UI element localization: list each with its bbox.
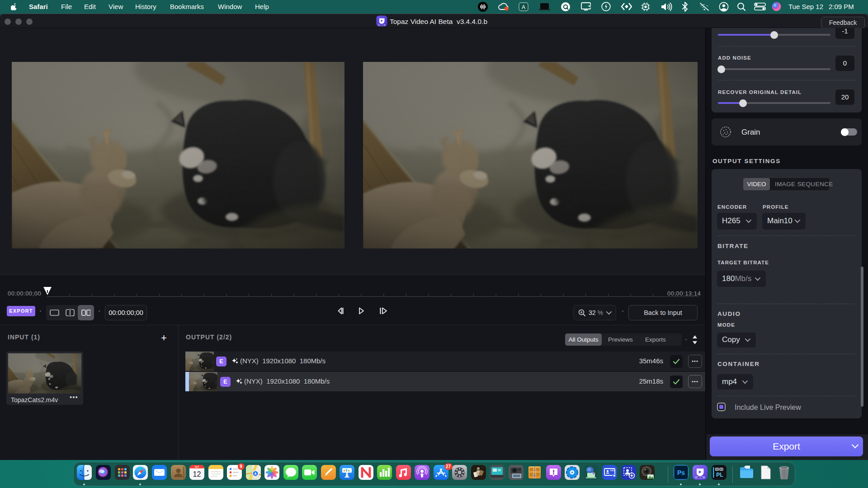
svg-text:A: A (522, 4, 525, 10)
svg-text:12: 12 (193, 470, 201, 478)
svg-text:BETA: BETA (380, 24, 384, 26)
svg-text:ABC: ABC (610, 469, 615, 472)
svg-text:BETA: BETA (697, 476, 703, 479)
svg-text:Ps: Ps (677, 469, 684, 476)
svg-text:SEP: SEP (194, 465, 199, 468)
svg-text:PL: PL (716, 472, 723, 478)
